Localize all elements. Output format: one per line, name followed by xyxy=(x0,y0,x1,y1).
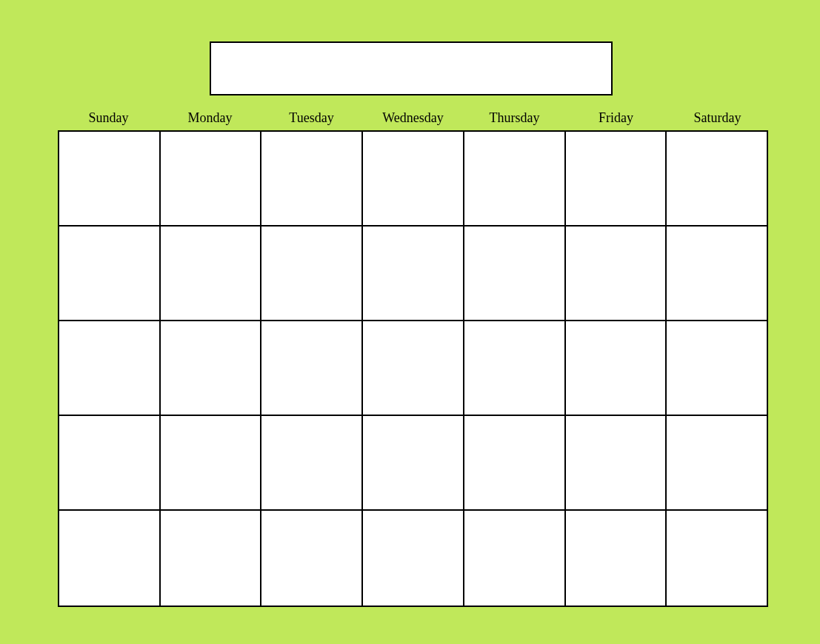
calendar-cell[interactable] xyxy=(59,511,161,606)
calendar-cell[interactable] xyxy=(667,227,767,320)
day-header-saturday: Saturday xyxy=(667,110,768,130)
calendar-cell[interactable] xyxy=(363,132,464,225)
calendar-cell[interactable] xyxy=(261,416,363,509)
calendar-cell[interactable] xyxy=(59,416,161,509)
calendar-cell[interactable] xyxy=(464,132,566,225)
title-box[interactable] xyxy=(210,41,613,95)
calendar-row xyxy=(59,321,767,416)
day-header-tuesday: Tuesday xyxy=(261,110,362,130)
day-header-wednesday: Wednesday xyxy=(362,110,464,130)
calendar-cell[interactable] xyxy=(566,321,667,415)
calendar-row xyxy=(59,132,767,227)
calendar-cell[interactable] xyxy=(667,416,767,509)
calendar-cell[interactable] xyxy=(161,416,262,509)
calendar-cell[interactable] xyxy=(59,227,161,320)
calendar-cell[interactable] xyxy=(566,132,667,225)
calendar-cell[interactable] xyxy=(363,416,464,509)
calendar-cell[interactable] xyxy=(161,227,262,320)
calendar-cell[interactable] xyxy=(667,511,767,606)
calendar-cell[interactable] xyxy=(667,321,767,415)
calendar-cell[interactable] xyxy=(261,321,363,415)
calendar-row xyxy=(59,511,767,606)
calendar-cell[interactable] xyxy=(59,321,161,415)
calendar-cell[interactable] xyxy=(59,132,161,225)
calendar-template: Sunday Monday Tuesday Wednesday Thursday… xyxy=(58,41,768,607)
calendar-row xyxy=(59,416,767,511)
calendar-cell[interactable] xyxy=(363,321,464,415)
calendar-cell[interactable] xyxy=(464,321,566,415)
calendar-cell[interactable] xyxy=(363,227,464,320)
calendar-grid xyxy=(58,130,768,607)
day-headers-row: Sunday Monday Tuesday Wednesday Thursday… xyxy=(58,110,768,130)
calendar-cell[interactable] xyxy=(261,227,363,320)
calendar-cell[interactable] xyxy=(566,416,667,509)
calendar-cell[interactable] xyxy=(261,511,363,606)
calendar-cell[interactable] xyxy=(363,511,464,606)
day-header-friday: Friday xyxy=(565,110,667,130)
calendar-cell[interactable] xyxy=(261,132,363,225)
calendar-cell[interactable] xyxy=(464,416,566,509)
calendar-row xyxy=(59,227,767,321)
calendar-cell[interactable] xyxy=(566,511,667,606)
day-header-monday: Monday xyxy=(159,110,261,130)
calendar-cell[interactable] xyxy=(161,321,262,415)
calendar-cell[interactable] xyxy=(566,227,667,320)
calendar-cell[interactable] xyxy=(161,511,262,606)
calendar-cell[interactable] xyxy=(464,227,566,320)
day-header-sunday: Sunday xyxy=(58,110,159,130)
calendar-cell[interactable] xyxy=(667,132,767,225)
calendar-cell[interactable] xyxy=(464,511,566,606)
calendar-cell[interactable] xyxy=(161,132,262,225)
day-header-thursday: Thursday xyxy=(464,110,565,130)
